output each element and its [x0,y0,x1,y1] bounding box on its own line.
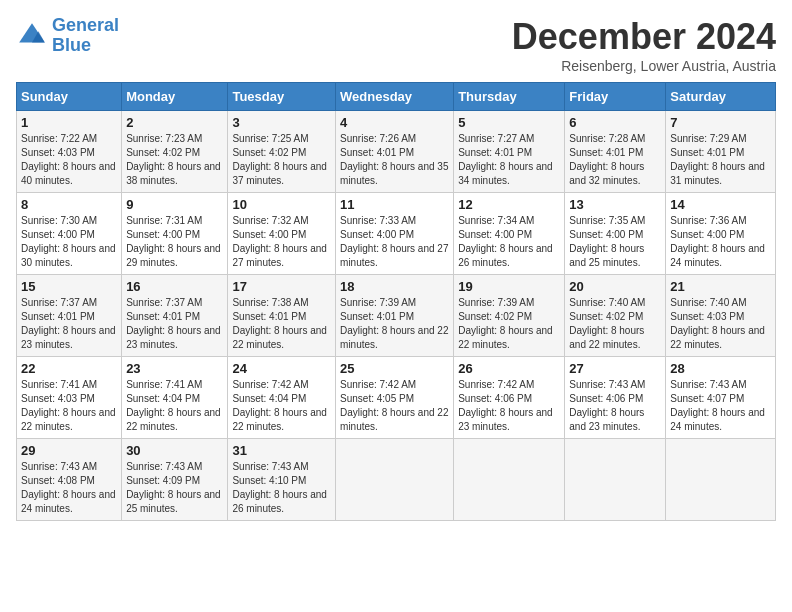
day-number: 14 [670,197,771,212]
calendar-cell: 27 Sunrise: 7:43 AM Sunset: 4:06 PM Dayl… [565,357,666,439]
day-content: Sunrise: 7:23 AM Sunset: 4:02 PM Dayligh… [126,132,223,188]
title-area: December 2024 Reisenberg, Lower Austria,… [512,16,776,74]
day-content: Sunrise: 7:42 AM Sunset: 4:04 PM Dayligh… [232,378,331,434]
calendar-body: 1 Sunrise: 7:22 AM Sunset: 4:03 PM Dayli… [17,111,776,521]
day-content: Sunrise: 7:37 AM Sunset: 4:01 PM Dayligh… [21,296,117,352]
calendar-cell: 16 Sunrise: 7:37 AM Sunset: 4:01 PM Dayl… [122,275,228,357]
day-content: Sunrise: 7:43 AM Sunset: 4:08 PM Dayligh… [21,460,117,516]
calendar-cell: 12 Sunrise: 7:34 AM Sunset: 4:00 PM Dayl… [454,193,565,275]
logo-line2: Blue [52,35,91,55]
calendar-cell: 30 Sunrise: 7:43 AM Sunset: 4:09 PM Dayl… [122,439,228,521]
day-content: Sunrise: 7:43 AM Sunset: 4:09 PM Dayligh… [126,460,223,516]
day-content: Sunrise: 7:43 AM Sunset: 4:07 PM Dayligh… [670,378,771,434]
day-number: 26 [458,361,560,376]
calendar-header-row: SundayMondayTuesdayWednesdayThursdayFrid… [17,83,776,111]
day-number: 1 [21,115,117,130]
calendar-cell: 14 Sunrise: 7:36 AM Sunset: 4:00 PM Dayl… [666,193,776,275]
day-content: Sunrise: 7:31 AM Sunset: 4:00 PM Dayligh… [126,214,223,270]
day-number: 11 [340,197,449,212]
day-number: 24 [232,361,331,376]
day-content: Sunrise: 7:37 AM Sunset: 4:01 PM Dayligh… [126,296,223,352]
day-number: 9 [126,197,223,212]
day-content: Sunrise: 7:41 AM Sunset: 4:03 PM Dayligh… [21,378,117,434]
day-content: Sunrise: 7:38 AM Sunset: 4:01 PM Dayligh… [232,296,331,352]
calendar-cell: 21 Sunrise: 7:40 AM Sunset: 4:03 PM Dayl… [666,275,776,357]
logo-icon [16,20,48,52]
calendar-week-row: 22 Sunrise: 7:41 AM Sunset: 4:03 PM Dayl… [17,357,776,439]
day-content: Sunrise: 7:40 AM Sunset: 4:02 PM Dayligh… [569,296,661,352]
calendar-cell: 5 Sunrise: 7:27 AM Sunset: 4:01 PM Dayli… [454,111,565,193]
calendar-cell: 31 Sunrise: 7:43 AM Sunset: 4:10 PM Dayl… [228,439,336,521]
day-number: 6 [569,115,661,130]
day-number: 20 [569,279,661,294]
calendar-cell: 11 Sunrise: 7:33 AM Sunset: 4:00 PM Dayl… [336,193,454,275]
calendar-cell: 18 Sunrise: 7:39 AM Sunset: 4:01 PM Dayl… [336,275,454,357]
location-subtitle: Reisenberg, Lower Austria, Austria [512,58,776,74]
calendar-cell: 8 Sunrise: 7:30 AM Sunset: 4:00 PM Dayli… [17,193,122,275]
calendar-cell: 22 Sunrise: 7:41 AM Sunset: 4:03 PM Dayl… [17,357,122,439]
day-number: 28 [670,361,771,376]
calendar-cell: 23 Sunrise: 7:41 AM Sunset: 4:04 PM Dayl… [122,357,228,439]
logo-line1: General [52,15,119,35]
calendar-cell: 29 Sunrise: 7:43 AM Sunset: 4:08 PM Dayl… [17,439,122,521]
calendar-cell [565,439,666,521]
calendar-cell: 3 Sunrise: 7:25 AM Sunset: 4:02 PM Dayli… [228,111,336,193]
day-content: Sunrise: 7:33 AM Sunset: 4:00 PM Dayligh… [340,214,449,270]
day-content: Sunrise: 7:42 AM Sunset: 4:05 PM Dayligh… [340,378,449,434]
weekday-header-saturday: Saturday [666,83,776,111]
day-content: Sunrise: 7:27 AM Sunset: 4:01 PM Dayligh… [458,132,560,188]
day-number: 10 [232,197,331,212]
calendar-cell: 7 Sunrise: 7:29 AM Sunset: 4:01 PM Dayli… [666,111,776,193]
calendar-week-row: 8 Sunrise: 7:30 AM Sunset: 4:00 PM Dayli… [17,193,776,275]
day-number: 25 [340,361,449,376]
calendar-cell: 10 Sunrise: 7:32 AM Sunset: 4:00 PM Dayl… [228,193,336,275]
day-content: Sunrise: 7:29 AM Sunset: 4:01 PM Dayligh… [670,132,771,188]
calendar-cell: 13 Sunrise: 7:35 AM Sunset: 4:00 PM Dayl… [565,193,666,275]
calendar-week-row: 1 Sunrise: 7:22 AM Sunset: 4:03 PM Dayli… [17,111,776,193]
day-content: Sunrise: 7:35 AM Sunset: 4:00 PM Dayligh… [569,214,661,270]
calendar-cell: 20 Sunrise: 7:40 AM Sunset: 4:02 PM Dayl… [565,275,666,357]
day-content: Sunrise: 7:32 AM Sunset: 4:00 PM Dayligh… [232,214,331,270]
calendar-cell: 6 Sunrise: 7:28 AM Sunset: 4:01 PM Dayli… [565,111,666,193]
calendar-week-row: 29 Sunrise: 7:43 AM Sunset: 4:08 PM Dayl… [17,439,776,521]
day-number: 27 [569,361,661,376]
day-content: Sunrise: 7:28 AM Sunset: 4:01 PM Dayligh… [569,132,661,188]
calendar-cell: 15 Sunrise: 7:37 AM Sunset: 4:01 PM Dayl… [17,275,122,357]
day-content: Sunrise: 7:34 AM Sunset: 4:00 PM Dayligh… [458,214,560,270]
day-number: 31 [232,443,331,458]
day-number: 7 [670,115,771,130]
calendar-cell: 1 Sunrise: 7:22 AM Sunset: 4:03 PM Dayli… [17,111,122,193]
weekday-header-thursday: Thursday [454,83,565,111]
calendar-cell: 19 Sunrise: 7:39 AM Sunset: 4:02 PM Dayl… [454,275,565,357]
day-number: 4 [340,115,449,130]
calendar-cell: 26 Sunrise: 7:42 AM Sunset: 4:06 PM Dayl… [454,357,565,439]
day-content: Sunrise: 7:42 AM Sunset: 4:06 PM Dayligh… [458,378,560,434]
day-number: 16 [126,279,223,294]
day-content: Sunrise: 7:43 AM Sunset: 4:10 PM Dayligh… [232,460,331,516]
day-number: 17 [232,279,331,294]
calendar-cell: 17 Sunrise: 7:38 AM Sunset: 4:01 PM Dayl… [228,275,336,357]
logo-text: General Blue [52,16,119,56]
weekday-header-monday: Monday [122,83,228,111]
day-content: Sunrise: 7:30 AM Sunset: 4:00 PM Dayligh… [21,214,117,270]
day-number: 15 [21,279,117,294]
calendar-cell: 24 Sunrise: 7:42 AM Sunset: 4:04 PM Dayl… [228,357,336,439]
logo: General Blue [16,16,119,56]
calendar-cell: 25 Sunrise: 7:42 AM Sunset: 4:05 PM Dayl… [336,357,454,439]
day-content: Sunrise: 7:40 AM Sunset: 4:03 PM Dayligh… [670,296,771,352]
day-number: 3 [232,115,331,130]
calendar-cell: 2 Sunrise: 7:23 AM Sunset: 4:02 PM Dayli… [122,111,228,193]
day-number: 2 [126,115,223,130]
weekday-header-wednesday: Wednesday [336,83,454,111]
day-content: Sunrise: 7:39 AM Sunset: 4:02 PM Dayligh… [458,296,560,352]
calendar-cell: 28 Sunrise: 7:43 AM Sunset: 4:07 PM Dayl… [666,357,776,439]
day-number: 5 [458,115,560,130]
calendar-week-row: 15 Sunrise: 7:37 AM Sunset: 4:01 PM Dayl… [17,275,776,357]
day-number: 8 [21,197,117,212]
day-number: 30 [126,443,223,458]
day-number: 21 [670,279,771,294]
day-content: Sunrise: 7:39 AM Sunset: 4:01 PM Dayligh… [340,296,449,352]
day-content: Sunrise: 7:43 AM Sunset: 4:06 PM Dayligh… [569,378,661,434]
day-content: Sunrise: 7:25 AM Sunset: 4:02 PM Dayligh… [232,132,331,188]
weekday-header-friday: Friday [565,83,666,111]
